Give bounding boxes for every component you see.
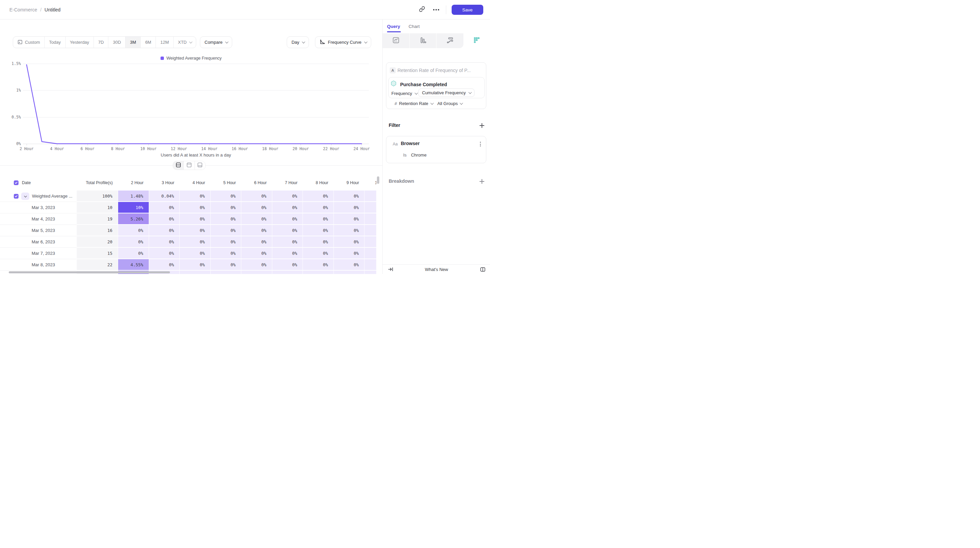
gridline	[23, 144, 369, 144]
table-header-row: DateTotal Profile(s)2 Hour3 Hour4 Hour5 …	[0, 178, 376, 187]
column-header-date[interactable]: Date	[0, 180, 77, 185]
retention-value-cell: 0%	[241, 225, 272, 236]
tab-chart[interactable]: Chart	[409, 19, 420, 33]
filter-value[interactable]: Chrome	[411, 153, 426, 158]
x-axis-tick	[209, 144, 210, 145]
more-options-button[interactable]	[431, 5, 441, 15]
retention-value-cell: 0%	[303, 259, 334, 271]
retention-value-cell: 0%	[211, 202, 242, 213]
column-header-hour[interactable]: 2 Hour	[118, 180, 149, 185]
total-profiles-cell: 16	[77, 225, 118, 236]
copy-link-button[interactable]	[417, 5, 427, 15]
add-breakdown-button[interactable]	[479, 179, 485, 184]
retention-value-cell: 0%	[241, 248, 272, 259]
row-label-cell: Mar 7, 2023	[0, 248, 77, 259]
filter-property[interactable]: Browser	[401, 141, 420, 146]
retention-value-cell: 0%	[211, 225, 242, 236]
select-all-checkbox[interactable]	[14, 180, 19, 185]
toggle-panel-button[interactable]	[480, 267, 485, 274]
row-label: Mar 7, 2023	[32, 251, 55, 256]
event-name[interactable]: Purchase Completed	[400, 82, 447, 87]
report-type-insights[interactable]	[383, 33, 410, 48]
event-hexagon-icon	[391, 80, 396, 88]
row-label: Weighted Average ...	[32, 194, 72, 199]
column-header-hour[interactable]: 10 Hour	[364, 180, 376, 185]
add-filter-button[interactable]	[479, 123, 485, 128]
table-row: Mar 6, 2023200%0%0%0%0%0%0%0%	[0, 236, 376, 248]
frequency-curve-chart: 0%0.5%1%1.5%2 Hour4 Hour6 Hour8 Hour10 H…	[0, 19, 382, 161]
retention-value-cell	[303, 271, 334, 274]
total-profiles-cell: 100%	[77, 191, 118, 202]
retention-value-cell: 0%	[334, 248, 365, 259]
retention-value-cell: 0%	[272, 248, 303, 259]
frequency-line-series	[0, 19, 382, 154]
report-type-flows[interactable]	[436, 33, 463, 48]
retention-value-cell: 0%	[211, 259, 242, 271]
breakdown-section-title: Breakdown	[389, 178, 414, 184]
split-view-icon	[176, 162, 181, 169]
column-header-hour[interactable]: 6 Hour	[241, 180, 272, 185]
column-header-hour[interactable]: 5 Hour	[211, 180, 242, 185]
filter-operator[interactable]: Is	[403, 153, 407, 158]
filter-condition: Is Chrome	[403, 153, 426, 158]
y-axis-tick-label: 0%	[2, 141, 21, 146]
retention-value-cell: 0%	[303, 236, 334, 248]
retention-value-cell: 0%	[180, 248, 211, 259]
horizontal-scrollbar[interactable]	[9, 271, 170, 273]
retention-value-cell: 1.48%	[118, 191, 149, 202]
x-axis-tick	[179, 144, 179, 145]
report-type-retention[interactable]	[463, 33, 490, 48]
measurement-dropdown[interactable]: Retention Rate	[399, 101, 433, 106]
report-type-funnels[interactable]	[410, 33, 436, 48]
filter-options-kebab[interactable]	[479, 141, 482, 147]
table-body: Weighted Average ...100%1.48%0.04%0%0%0%…	[0, 191, 376, 274]
x-axis-tick	[88, 144, 88, 145]
flows-icon	[447, 37, 453, 45]
x-axis-tick-label: 2 Hour	[16, 147, 37, 151]
retention-value-cell: 0%	[272, 213, 303, 225]
whats-new-link[interactable]: What's New	[383, 264, 490, 274]
column-header-hour[interactable]: 7 Hour	[272, 180, 303, 185]
row-label: Mar 4, 2023	[32, 217, 55, 221]
x-axis-tick-label: 14 Hour	[199, 147, 220, 151]
vertical-scrollbar[interactable]	[377, 176, 379, 184]
retention-value-cell	[272, 271, 303, 274]
retention-value-cell: 0%	[241, 202, 272, 213]
layout-chart-view-button[interactable]	[184, 161, 194, 170]
total-profiles-cell: 19	[77, 213, 118, 225]
layout-table-view-button[interactable]	[195, 161, 205, 170]
frequency-type-dropdown[interactable]: Cumulative Frequency	[418, 89, 474, 97]
breadcrumb-project[interactable]: E-Commerce	[10, 7, 37, 13]
frequency-dropdown[interactable]: Frequency	[391, 91, 417, 96]
top-actions: Save	[417, 0, 483, 19]
save-button[interactable]: Save	[452, 5, 483, 15]
expand-row-button[interactable]	[21, 193, 29, 200]
query-panel: Query Chart	[382, 19, 490, 274]
series-title[interactable]: Retention Rate of Frequency of P...	[398, 68, 483, 73]
breadcrumb-report-title[interactable]: Untitled	[45, 7, 60, 13]
column-header-hour[interactable]: 3 Hour	[149, 180, 180, 185]
retention-value-cell: 0%	[334, 236, 365, 248]
retention-value-cell: 0%	[149, 236, 180, 248]
breadcrumb-separator: /	[40, 7, 41, 13]
retention-icon	[473, 37, 480, 45]
row-label: Mar 8, 2023	[32, 262, 55, 267]
layout-split-view-button[interactable]	[173, 161, 184, 170]
gridline	[23, 90, 369, 91]
x-axis-tick-label: 12 Hour	[168, 147, 190, 151]
column-header-hour[interactable]: 8 Hour	[303, 180, 334, 185]
link-icon	[419, 6, 425, 13]
retention-value-cell: 0%	[272, 202, 303, 213]
row-checkbox[interactable]	[14, 194, 19, 199]
retention-value-cell: 0%	[241, 259, 272, 271]
column-header-hour[interactable]: 4 Hour	[180, 180, 211, 185]
groups-dropdown[interactable]: All Groups	[438, 101, 462, 106]
results-table: DateTotal Profile(s)2 Hour3 Hour4 Hour5 …	[0, 178, 376, 274]
column-header-total[interactable]: Total Profile(s)	[77, 180, 118, 185]
y-axis-tick-label: 1%	[2, 88, 21, 92]
retention-value-cell: 0.04%	[149, 191, 180, 202]
x-axis-tick-label: 8 Hour	[107, 147, 129, 151]
column-header-hour[interactable]: 9 Hour	[334, 180, 365, 185]
retention-value-cell: 0%	[149, 225, 180, 236]
table-row: Weighted Average ...100%1.48%0.04%0%0%0%…	[0, 191, 376, 202]
